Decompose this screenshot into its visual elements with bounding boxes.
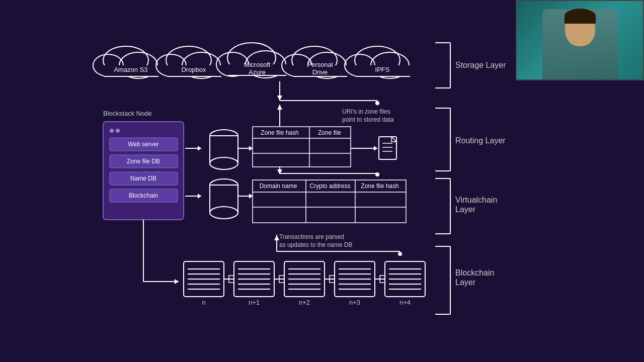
svg-rect-43 bbox=[110, 172, 178, 185]
svg-point-20 bbox=[292, 46, 337, 74]
svg-rect-0 bbox=[0, 0, 508, 362]
svg-rect-30 bbox=[356, 65, 410, 76]
svg-marker-53 bbox=[249, 146, 253, 151]
block-n: n bbox=[184, 261, 224, 306]
svg-marker-46 bbox=[198, 146, 201, 151]
virtualchain-layer-label: Virtualchain bbox=[455, 196, 497, 204]
ipfs-cloud: IPFS bbox=[345, 46, 410, 78]
block-n1: n+1 bbox=[234, 261, 274, 306]
svg-rect-42 bbox=[110, 155, 178, 168]
svg-point-8 bbox=[182, 52, 220, 78]
svg-rect-94 bbox=[184, 261, 224, 297]
amazon-s3-cloud: Amazon S3 bbox=[93, 46, 158, 78]
svg-point-13 bbox=[227, 43, 276, 73]
node-item-zonefiledb: Zone file DB bbox=[127, 158, 160, 165]
svg-text:IPFS: IPFS bbox=[375, 66, 390, 73]
domain-name-header: Domain name bbox=[260, 183, 297, 190]
svg-rect-16 bbox=[228, 64, 286, 75]
zone-file-hash-header2: Zone file hash bbox=[361, 183, 398, 190]
node-item-namedb: Name DB bbox=[130, 175, 156, 182]
svg-point-14 bbox=[246, 51, 286, 78]
svg-point-28 bbox=[371, 52, 409, 78]
node-dot-1 bbox=[110, 129, 114, 133]
svg-marker-62 bbox=[391, 137, 396, 142]
uris-note-line1: URI's in zone files bbox=[342, 108, 390, 115]
svg-point-15 bbox=[216, 52, 249, 76]
svg-text:Dropbox: Dropbox bbox=[181, 66, 206, 73]
zone-file-table bbox=[253, 127, 351, 167]
svg-text:Amazon S3: Amazon S3 bbox=[114, 66, 147, 73]
microsoft-azure-cloud: Microsoft Azure bbox=[216, 43, 286, 78]
svg-text:n+1: n+1 bbox=[249, 299, 260, 306]
node-item-blockchain: Blockchain bbox=[129, 192, 158, 199]
svg-point-21 bbox=[308, 52, 346, 78]
block-n2: n+2 bbox=[284, 261, 325, 306]
svg-point-79 bbox=[375, 172, 379, 176]
svg-text:n+2: n+2 bbox=[299, 299, 310, 306]
svg-rect-111 bbox=[279, 276, 284, 283]
svg-marker-64 bbox=[277, 105, 282, 110]
svg-marker-90 bbox=[274, 235, 279, 240]
svg-marker-93 bbox=[175, 279, 179, 284]
svg-rect-130 bbox=[385, 261, 425, 297]
block-n3: n+3 bbox=[335, 261, 375, 306]
node-dot-2 bbox=[116, 129, 120, 133]
webcam-overlay bbox=[516, 0, 644, 80]
document-icon bbox=[379, 137, 396, 159]
blockstack-node-title: Blockstack Node bbox=[103, 110, 152, 117]
svg-rect-4 bbox=[104, 65, 158, 76]
svg-text:Microsoft: Microsoft bbox=[244, 61, 271, 68]
svg-marker-74 bbox=[249, 194, 253, 199]
db-cylinder-1-top bbox=[210, 130, 238, 142]
block-n4: n+4 bbox=[385, 261, 425, 306]
svg-text:Azure: Azure bbox=[249, 68, 266, 76]
svg-marker-38 bbox=[277, 96, 282, 101]
db-cylinder-1-body bbox=[210, 136, 238, 163]
node-item-webserver: Web server bbox=[128, 141, 158, 148]
svg-point-49 bbox=[210, 157, 238, 169]
svg-rect-102 bbox=[229, 276, 234, 283]
virtualchain-layer-label2: Layer bbox=[455, 205, 476, 214]
svg-rect-121 bbox=[335, 261, 375, 297]
zone-file-hash-header: Zone file hash bbox=[261, 129, 298, 136]
svg-rect-23 bbox=[293, 65, 347, 76]
svg-point-27 bbox=[355, 46, 400, 74]
svg-rect-120 bbox=[330, 276, 335, 283]
svg-point-39 bbox=[375, 101, 379, 105]
svg-rect-41 bbox=[110, 138, 178, 151]
svg-point-29 bbox=[345, 54, 375, 76]
svg-point-9 bbox=[156, 54, 186, 76]
svg-rect-129 bbox=[380, 276, 385, 283]
blockchain-layer-label: Blockchain bbox=[455, 268, 494, 277]
svg-point-22 bbox=[282, 54, 312, 76]
name-db-table bbox=[253, 180, 406, 223]
svg-marker-58 bbox=[374, 146, 377, 151]
routing-layer-label: Routing Layer bbox=[455, 136, 506, 145]
svg-point-2 bbox=[119, 52, 157, 78]
transactions-note-line1: Transactions are parsed bbox=[279, 233, 344, 240]
zone-file-header: Zone file bbox=[318, 129, 341, 136]
svg-text:Personal: Personal bbox=[307, 61, 333, 68]
uris-note-line2: point to stored data bbox=[342, 116, 394, 123]
svg-rect-44 bbox=[110, 189, 178, 202]
dropbox-cloud: Dropbox bbox=[156, 46, 221, 78]
svg-point-3 bbox=[93, 54, 123, 76]
transactions-note-line2: as updates to the name DB bbox=[279, 241, 352, 248]
svg-point-72 bbox=[210, 207, 238, 219]
crypto-address-header: Crypto address bbox=[309, 183, 350, 190]
svg-marker-69 bbox=[198, 194, 201, 199]
db-cylinder-2-body bbox=[210, 185, 238, 213]
svg-text:n: n bbox=[202, 299, 205, 306]
svg-rect-10 bbox=[167, 65, 221, 76]
svg-point-1 bbox=[103, 46, 148, 74]
svg-rect-112 bbox=[284, 261, 325, 297]
svg-marker-83 bbox=[277, 169, 282, 174]
svg-text:Storage Layer: Storage Layer bbox=[455, 61, 506, 69]
svg-text:n+4: n+4 bbox=[399, 299, 411, 306]
svg-point-87 bbox=[398, 252, 402, 256]
svg-point-7 bbox=[166, 46, 211, 74]
svg-text:Drive: Drive bbox=[312, 68, 328, 76]
node-box bbox=[103, 122, 184, 220]
personal-drive-cloud: Personal Drive bbox=[282, 46, 347, 78]
svg-rect-103 bbox=[234, 261, 274, 297]
